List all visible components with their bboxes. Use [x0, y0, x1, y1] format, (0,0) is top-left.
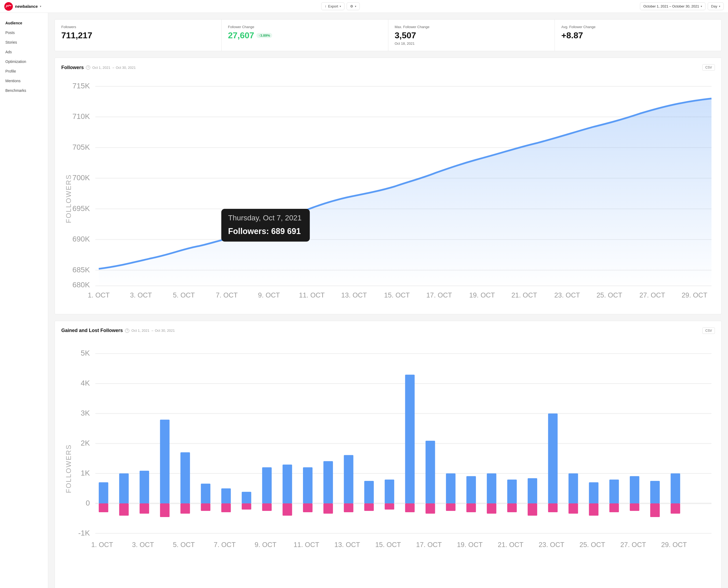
svg-text:5. OCT: 5. OCT: [173, 291, 195, 299]
svg-rect-61: [201, 484, 210, 503]
svg-text:FOLLOWERS: FOLLOWERS: [65, 444, 72, 493]
svg-rect-83: [426, 441, 435, 503]
svg-rect-107: [671, 474, 680, 503]
metric-follower-change-label: Follower Change: [228, 25, 382, 29]
svg-rect-67: [262, 467, 272, 503]
svg-rect-66: [242, 503, 251, 509]
followers-chart-container: 715K 710K 705K 700K 695K 690K 685K 680K …: [61, 76, 715, 308]
svg-text:13. OCT: 13. OCT: [341, 291, 367, 299]
svg-rect-59: [180, 452, 190, 503]
metric-max-follower-change: Max. Follower Change 3,507 Oct 18, 2021: [388, 20, 555, 51]
svg-rect-94: [528, 503, 537, 516]
svg-rect-82: [405, 503, 415, 512]
granularity-selector[interactable]: Day ▾: [708, 2, 724, 10]
svg-rect-62: [201, 503, 210, 511]
svg-rect-57: [160, 420, 170, 503]
svg-rect-103: [630, 476, 639, 503]
sidebar-item-ads[interactable]: Ads: [0, 47, 48, 57]
gained-lost-date-range: Oct 1, 2021 → Oct 30, 2021: [131, 329, 175, 333]
svg-rect-102: [609, 503, 619, 512]
svg-text:3. OCT: 3. OCT: [130, 291, 152, 299]
export-button[interactable]: ↑ Export ▾: [321, 2, 344, 10]
svg-text:1. OCT: 1. OCT: [91, 541, 113, 548]
svg-rect-63: [221, 488, 231, 503]
header-left: newbalance ▾: [4, 2, 41, 11]
svg-text:700K: 700K: [72, 173, 90, 182]
logo[interactable]: newbalance: [4, 2, 38, 11]
svg-rect-88: [467, 503, 476, 512]
followers-date-range: Oct 1, 2021 → Oct 30, 2021: [92, 66, 136, 70]
svg-text:29. OCT: 29. OCT: [661, 541, 687, 548]
svg-rect-58: [160, 503, 170, 517]
svg-rect-101: [609, 480, 619, 503]
sidebar-item-profile[interactable]: Profile: [0, 66, 48, 76]
svg-rect-60: [180, 503, 190, 513]
metrics-row: Followers 711,217 Follower Change 27,607…: [55, 19, 722, 51]
metric-max-label: Max. Follower Change: [395, 25, 549, 29]
followers-chart-section: Followers ? Oct 1, 2021 → Oct 30, 2021 C…: [55, 58, 722, 314]
metric-follower-change-value: 27,607: [228, 30, 254, 40]
date-range-picker[interactable]: October 1, 2021 – October 30, 2021 ▾: [640, 2, 706, 10]
svg-text:7. OCT: 7. OCT: [216, 291, 238, 299]
sidebar-item-mentions[interactable]: Mentions: [0, 76, 48, 86]
svg-rect-65: [242, 492, 251, 503]
svg-rect-76: [344, 503, 354, 512]
date-range-value: October 1, 2021 – October 30, 2021: [643, 4, 699, 8]
svg-rect-98: [569, 503, 578, 513]
gained-lost-chart-container: FOLLOWERS 5K 4K 3K 2K 1K 0 -1K: [61, 339, 715, 588]
svg-text:19. OCT: 19. OCT: [457, 541, 483, 548]
sidebar-item-audience[interactable]: Audience: [0, 18, 48, 28]
svg-rect-96: [548, 503, 558, 512]
svg-text:705K: 705K: [72, 143, 90, 151]
svg-text:695K: 695K: [72, 204, 90, 213]
svg-text:15. OCT: 15. OCT: [375, 541, 401, 548]
gained-lost-chart-title: Gained and Lost Followers ? Oct 1, 2021 …: [61, 328, 175, 333]
svg-text:3. OCT: 3. OCT: [132, 541, 154, 548]
gained-lost-csv-button[interactable]: CSV: [702, 328, 715, 334]
svg-text:Thursday, Oct 7, 2021: Thursday, Oct 7, 2021: [228, 214, 302, 222]
brand-dropdown-arrow[interactable]: ▾: [40, 5, 41, 8]
svg-text:17. OCT: 17. OCT: [416, 541, 442, 548]
svg-rect-97: [569, 474, 578, 503]
svg-text:9. OCT: 9. OCT: [255, 541, 277, 548]
sidebar-item-stories[interactable]: Stories: [0, 38, 48, 47]
svg-rect-100: [589, 503, 598, 516]
logo-icon: [4, 2, 13, 11]
follower-change-badge: ↑3.89%: [256, 33, 272, 38]
app-layout: Audience Posts Stories Ads Optimization …: [0, 0, 728, 588]
svg-text:25. OCT: 25. OCT: [597, 291, 622, 299]
svg-rect-106: [650, 503, 660, 517]
export-icon: ↑: [325, 4, 326, 8]
gained-lost-help-icon[interactable]: ?: [125, 329, 129, 333]
svg-rect-78: [364, 503, 374, 511]
followers-help-icon[interactable]: ?: [86, 65, 90, 70]
svg-rect-84: [426, 503, 435, 513]
header-right: October 1, 2021 – October 30, 2021 ▾ Day…: [640, 2, 724, 10]
svg-text:5. OCT: 5. OCT: [173, 541, 195, 548]
svg-text:27. OCT: 27. OCT: [620, 541, 646, 548]
followers-csv-button[interactable]: CSV: [702, 64, 715, 71]
svg-text:-1K: -1K: [78, 529, 90, 537]
svg-text:0: 0: [86, 499, 90, 507]
svg-rect-69: [283, 465, 292, 503]
svg-rect-56: [140, 503, 149, 513]
svg-rect-92: [507, 503, 517, 512]
svg-rect-87: [467, 476, 476, 503]
sidebar-item-benchmarks[interactable]: Benchmarks: [0, 86, 48, 95]
svg-rect-70: [283, 503, 292, 516]
header-controls: ↑ Export ▾ ⚙ ▾: [321, 2, 360, 10]
settings-button[interactable]: ⚙ ▾: [347, 2, 360, 10]
metric-avg-value: +8.87: [561, 30, 715, 40]
svg-rect-85: [446, 474, 455, 503]
sidebar-item-posts[interactable]: Posts: [0, 28, 48, 38]
svg-text:21. OCT: 21. OCT: [512, 291, 537, 299]
svg-rect-64: [221, 503, 231, 512]
svg-text:1K: 1K: [81, 469, 90, 477]
followers-title-text: Followers: [61, 65, 84, 70]
metric-max-value: 3,507: [395, 30, 549, 40]
svg-text:4K: 4K: [81, 379, 90, 387]
svg-text:7. OCT: 7. OCT: [214, 541, 236, 548]
svg-text:3K: 3K: [81, 409, 90, 417]
sidebar-item-optimization[interactable]: Optimization: [0, 57, 48, 66]
svg-text:690K: 690K: [72, 235, 90, 243]
